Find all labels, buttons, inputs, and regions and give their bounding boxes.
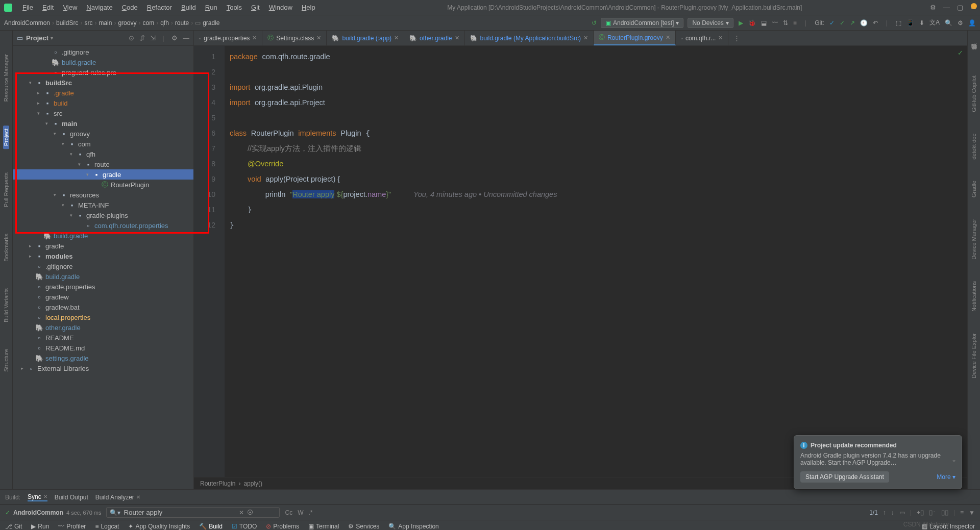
code-area[interactable]: package com.qfh.route.gradle import org.… [225, 46, 967, 477]
close-icon[interactable]: ✕ [666, 34, 670, 41]
add-selection-icon[interactable]: +⌷ [917, 509, 924, 516]
tool-logcat[interactable]: ≡Logcat [95, 523, 119, 530]
regex-icon[interactable]: .* [308, 509, 312, 516]
tool-problems[interactable]: ⊘Problems [266, 523, 299, 530]
remove-selection-icon[interactable]: ⌷⁻ [929, 509, 936, 516]
close-icon[interactable]: ✕ [43, 494, 47, 499]
git-push-icon[interactable]: ↗ [850, 19, 855, 27]
tree-item[interactable]: ▸▪gradle [13, 241, 193, 251]
menu-code[interactable]: Code [118, 2, 142, 13]
stop-icon[interactable]: ■ [793, 19, 797, 27]
tree-item[interactable]: ▾▪gradle [13, 169, 193, 180]
select-all-icon[interactable]: ▭ [899, 509, 905, 516]
editor-tab[interactable]: 🐘build.gradle (My Application:buildSrc)✕ [465, 31, 594, 45]
breadcrumb-item[interactable]: gradle [203, 19, 219, 27]
pin-icon[interactable]: ⦿ [247, 509, 253, 516]
tool-run[interactable]: ▶Run [31, 523, 49, 530]
tool-notifications[interactable]: Notifications [971, 278, 977, 315]
settings-icon[interactable]: ⚙ [958, 19, 963, 27]
crumb-method[interactable]: apply() [243, 480, 262, 487]
tab-build-output[interactable]: Build Output [55, 494, 88, 501]
menu-view[interactable]: View [59, 2, 81, 13]
tree-item[interactable]: ▫README.md [13, 343, 193, 353]
expand-all-icon[interactable]: ⇵ [139, 34, 145, 42]
match-case-icon[interactable]: Cc [285, 509, 292, 516]
start-upgrade-button[interactable]: Start AGP Upgrade Assistant [800, 471, 889, 483]
coverage-icon[interactable]: ⬓ [761, 19, 767, 27]
breadcrumb-item[interactable]: route [175, 19, 189, 27]
breadcrumb-item[interactable]: com [142, 19, 154, 27]
breadcrumb-item[interactable]: src [84, 19, 92, 27]
chevron-down-icon[interactable]: ▾ [51, 35, 53, 41]
account-icon[interactable]: 👤 [968, 19, 976, 27]
avd-icon[interactable]: 📱 [906, 19, 914, 27]
words-icon[interactable]: W [298, 509, 303, 516]
breadcrumb-item[interactable]: buildSrc [56, 19, 78, 27]
menu-build[interactable]: Build [177, 2, 200, 13]
tree-item[interactable]: 🐘build.gradle [13, 271, 193, 282]
menu-edit[interactable]: Edit [38, 2, 58, 13]
tree-item[interactable]: ▾▪gradle-plugins [13, 210, 193, 220]
tool-bookmarks[interactable]: Bookmarks [3, 231, 9, 265]
editor-tab[interactable]: 🐘build.gradle (:app)✕ [327, 31, 404, 45]
tree-item[interactable]: ▸▪modules [13, 251, 193, 261]
select-opened-icon[interactable]: ⊙ [129, 34, 134, 42]
menu-tools[interactable]: Tools [223, 2, 246, 13]
tree-item[interactable]: ▫local.properties [13, 312, 193, 322]
tab-sync[interactable]: Sync ✕ [28, 493, 47, 501]
ide-update-icon[interactable]: ⬚ [896, 19, 901, 27]
tool-device-manager[interactable]: Device Manager [971, 216, 977, 263]
menu-run[interactable]: Run [201, 2, 222, 13]
tool-github-copilot[interactable]: GitHub Copilot [971, 72, 977, 115]
run-icon[interactable]: ▶ [739, 19, 743, 27]
tree-item[interactable]: ▸▪build [13, 98, 193, 108]
git-pull-icon[interactable]: ✓ [829, 19, 835, 27]
tree-item[interactable]: ▾▪META-INF [13, 200, 193, 210]
menu-window[interactable]: Window [265, 2, 297, 13]
hide-icon[interactable]: — [183, 34, 189, 42]
editor-tab[interactable]: ⒸSettings.class✕ [262, 31, 327, 45]
attach-icon[interactable]: ⇅ [783, 19, 788, 27]
breadcrumb-item[interactable]: main [99, 19, 112, 27]
tab-build-analyzer[interactable]: Build Analyzer ✕ [95, 494, 140, 501]
sort-icon[interactable]: ≡ [960, 509, 964, 516]
tool-pull-requests[interactable]: Pull Requests [3, 169, 9, 210]
history-icon[interactable]: 🕘 [860, 19, 868, 27]
tree-item[interactable]: ▫gradlew [13, 292, 193, 302]
tree-item[interactable]: 🐘other.gradle [13, 322, 193, 333]
tool-build[interactable]: 🔨Build [199, 523, 223, 530]
tool-project[interactable]: Project [3, 125, 9, 149]
tool-build-variants[interactable]: Build Variants [3, 285, 9, 325]
menu-refactor[interactable]: Refactor [143, 2, 176, 13]
tree-item[interactable]: ▫gradlew.bat [13, 302, 193, 312]
tool-device-file-explor[interactable]: Device File Explor [971, 330, 977, 382]
search-icon[interactable]: 🔍 [945, 19, 952, 27]
collapse-all-icon[interactable]: ⇲ [150, 34, 156, 42]
tree-item[interactable]: ▾▪groovy [13, 129, 193, 139]
editor-body[interactable]: 123456789101112 package com.qfh.route.gr… [194, 46, 967, 477]
profile-icon[interactable]: 〰 [772, 19, 778, 27]
find-input[interactable] [124, 509, 236, 516]
tool-gradle[interactable]: Gradle [971, 178, 977, 200]
project-tree[interactable]: ▫.gitignore🐘build.gradle▫proguard-rules.… [13, 46, 193, 489]
editor-tab[interactable]: ▫gradle.properties✕ [194, 31, 262, 45]
debug-icon[interactable]: 🐞 [748, 19, 756, 27]
tree-item[interactable]: 🐘build.gradle [13, 57, 193, 67]
project-view-selector[interactable]: Project [26, 34, 48, 42]
tool-detekt-doc[interactable]: detekt doc [971, 131, 977, 163]
tree-item[interactable]: 🐘settings.gradle [13, 353, 193, 363]
tool-resource-manager[interactable]: Resource Manager [3, 51, 9, 105]
minimize-icon[interactable]: — [943, 4, 950, 11]
tree-item[interactable]: ▾▪com [13, 139, 193, 149]
translate-icon[interactable]: 文A [929, 18, 940, 27]
tool-代码文档搜索[interactable]: 代码文档搜索 [970, 51, 978, 57]
tree-item[interactable]: ▾▪resources [13, 190, 193, 200]
tree-item[interactable]: ▾▪main [13, 118, 193, 129]
rollback-icon[interactable]: ↶ [873, 19, 878, 27]
prev-match-icon[interactable]: ↑ [883, 509, 886, 516]
chevron-down-icon[interactable]: ⌄ [951, 456, 957, 463]
next-match-icon[interactable]: ↓ [891, 509, 894, 516]
maximize-icon[interactable]: ▢ [957, 4, 963, 11]
close-icon[interactable]: ✕ [394, 35, 399, 41]
tree-item[interactable]: ▸▪.gradle [13, 88, 193, 98]
